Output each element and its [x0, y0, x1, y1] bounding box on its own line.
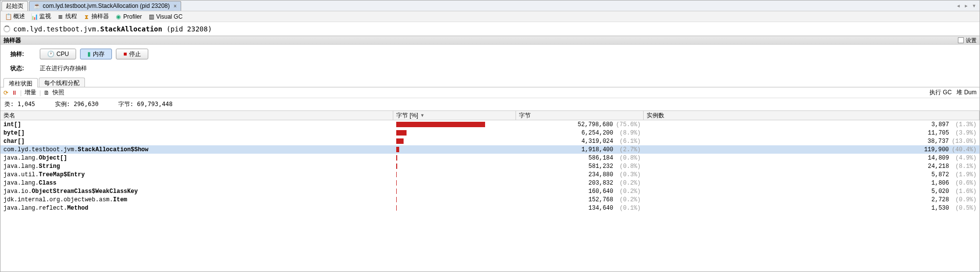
table-row[interactable]: java.lang.Class203,832(0.2%)1,806(0.6%)	[0, 179, 980, 187]
toolbar-profiler-label: Profiler	[123, 13, 142, 20]
toolbar-visualgc[interactable]: ▥Visual GC	[145, 12, 185, 21]
tab-start[interactable]: 起始页	[1, 1, 28, 11]
toolbar-visualgc-label: Visual GC	[156, 13, 183, 20]
toolbar-sampler-label: 抽样器	[91, 12, 109, 21]
histogram-toolbar: ⟳ ⏸ | 增量 | 🗎 快照 执行 GC 堆 Dum	[0, 87, 980, 98]
heapdump-button[interactable]: 堆 Dum	[956, 88, 977, 97]
table-row[interactable]: java.lang.Object[]586,184(0.8%)14,809(4.…	[0, 154, 980, 162]
snapshot-button[interactable]: 快照	[53, 88, 64, 97]
table-row[interactable]: java.lang.String581,232(0.8%)24,218(8.1%…	[0, 162, 980, 170]
window-tabs: 起始页 ☕ com.lyd.testboot.jvm.StackAllocati…	[0, 0, 980, 11]
right-arrow-icon[interactable]: ►	[963, 3, 970, 8]
memory-button[interactable]: ▮内存	[80, 49, 112, 59]
toolbar-overview[interactable]: 📋概述	[2, 11, 27, 22]
sample-buttons: 🕐CPU ▮内存 ■停止	[40, 49, 970, 59]
col-barpct[interactable]: 字节 [%]▼	[393, 111, 516, 120]
refresh-icon[interactable]: ⟳	[3, 89, 8, 96]
cell-classname: com.lyd.testboot.jvm.StackAllocation$Sho…	[0, 146, 393, 153]
cell-bytes: 203,832(0.2%)	[516, 180, 644, 187]
cell-bar	[393, 205, 516, 211]
delta-button[interactable]: 增量	[25, 88, 36, 97]
table-row[interactable]: java.io.ObjectStreamClass$WeakClassKey16…	[0, 187, 980, 195]
memory-icon: ▮	[87, 51, 91, 57]
table-row[interactable]: java.lang.reflect.Method134,640(0.1%)1,5…	[0, 204, 980, 212]
cell-classname: byte[]	[0, 130, 393, 136]
col-inst[interactable]: 实例数	[644, 111, 980, 120]
cell-bytes: 6,254,200(8.9%)	[516, 130, 644, 136]
table-row[interactable]: byte[]6,254,200(8.9%)11,705(3.9%)	[0, 129, 980, 137]
cpu-button-label: CPU	[56, 51, 69, 57]
table-row[interactable]: char[]4,319,024(6.1%)38,737(13.0%)	[0, 137, 980, 145]
status-value: 正在进行内存抽样	[40, 64, 970, 73]
bytes-label: 字节:	[118, 101, 134, 108]
cell-bar	[393, 155, 516, 161]
cell-bar	[393, 122, 516, 127]
stats-bar: 类: 1,045 实例: 296,630 字节: 69,793,448	[0, 98, 980, 110]
col-bytes[interactable]: 字节	[516, 111, 644, 120]
table-row[interactable]: int[]52,798,680(75.6%)3,897(1.3%)	[0, 120, 980, 129]
main-toolbar: 📋概述 📊监视 ≣线程 ⧗抽样器 ◉Profiler ▥Visual GC	[0, 11, 980, 22]
cpu-button[interactable]: 🕐CPU	[40, 49, 76, 59]
profiler-icon: ◉	[115, 13, 122, 20]
stop-button-label: 停止	[129, 50, 141, 58]
cell-bytes: 52,798,680(75.6%)	[516, 121, 644, 128]
cell-bytes: 4,319,024(6.1%)	[516, 138, 644, 145]
sampler-controls: 抽样: 🕐CPU ▮内存 ■停止 状态: 正在进行内存抽样	[0, 45, 980, 76]
settings-toggle[interactable]: 设置	[958, 37, 977, 44]
subtab-perthread-label: 每个线程分配	[44, 80, 80, 86]
dropdown-icon[interactable]: ▼	[971, 3, 978, 8]
toolbar-monitor[interactable]: 📊监视	[28, 11, 54, 22]
threads-icon: ≣	[57, 13, 64, 20]
toolbar-sampler[interactable]: ⧗抽样器	[81, 11, 111, 22]
col-name[interactable]: 类名	[0, 111, 393, 120]
pause-icon[interactable]: ⏸	[11, 89, 17, 96]
window-controls: ◄ ► ▼	[955, 3, 980, 8]
sampler-icon: ⧗	[83, 13, 90, 20]
settings-checkbox[interactable]	[958, 37, 964, 43]
cell-bar	[393, 138, 516, 144]
monitor-icon: 📊	[31, 13, 38, 20]
instances-label: 实例:	[55, 101, 70, 108]
cell-instances: 5,872(1.9%)	[644, 171, 980, 178]
left-arrow-icon[interactable]: ◄	[955, 3, 962, 8]
toolbar-profiler[interactable]: ◉Profiler	[112, 12, 144, 21]
bytes-value: 69,793,448	[137, 101, 172, 108]
stop-button[interactable]: ■停止	[116, 49, 148, 59]
section-name: 抽样器	[3, 36, 21, 45]
cell-classname: jdk.internal.org.objectweb.asm.Item	[0, 196, 393, 203]
memory-button-label: 内存	[93, 50, 105, 58]
cell-instances: 11,705(3.9%)	[644, 130, 980, 136]
cell-bar	[393, 147, 516, 152]
cell-instances: 3,897(1.3%)	[644, 121, 980, 128]
title-suffix: (pid 23208)	[162, 25, 212, 33]
cell-bytes: 581,232(0.8%)	[516, 163, 644, 170]
overview-icon: 📋	[5, 13, 12, 20]
cell-bytes: 234,880(0.3%)	[516, 171, 644, 178]
cell-bytes: 586,184(0.8%)	[516, 155, 644, 162]
tab-process-label: com.lyd.testboot.jvm.StackAllocation (pi…	[43, 2, 170, 9]
section-header: 抽样器 设置	[0, 36, 980, 45]
cell-bar	[393, 189, 516, 194]
table-row[interactable]: jdk.internal.org.objectweb.asm.Item152,7…	[0, 195, 980, 204]
subtab-perthread[interactable]: 每个线程分配	[39, 78, 85, 87]
title-bold: StackAllocation	[100, 25, 162, 33]
cell-instances: 1,530(0.5%)	[644, 205, 980, 212]
toolbar-threads-label: 线程	[65, 12, 77, 21]
gc-button[interactable]: 执行 GC	[929, 88, 952, 97]
subtab-histogram[interactable]: 堆柱状图	[3, 78, 38, 87]
cell-instances: 2,728(0.9%)	[644, 196, 980, 203]
table-body: int[]52,798,680(75.6%)3,897(1.3%)byte[]6…	[0, 120, 980, 272]
cell-bar	[393, 163, 516, 169]
close-icon[interactable]: ×	[174, 3, 177, 9]
cell-classname: java.lang.Class	[0, 180, 393, 187]
sample-label: 抽样:	[10, 50, 40, 58]
col-name-label: 类名	[3, 111, 15, 120]
table-row[interactable]: com.lyd.testboot.jvm.StackAllocation$Sho…	[0, 145, 980, 154]
cell-instances: 14,809(4.9%)	[644, 155, 980, 162]
toolbar-threads[interactable]: ≣线程	[54, 11, 80, 22]
cell-instances: 5,020(1.6%)	[644, 188, 980, 195]
table-row[interactable]: java.util.TreeMap$Entry234,880(0.3%)5,87…	[0, 170, 980, 179]
visualgc-icon: ▥	[148, 13, 155, 20]
clock-icon: 🕐	[47, 51, 54, 57]
tab-process[interactable]: ☕ com.lyd.testboot.jvm.StackAllocation (…	[29, 1, 181, 11]
